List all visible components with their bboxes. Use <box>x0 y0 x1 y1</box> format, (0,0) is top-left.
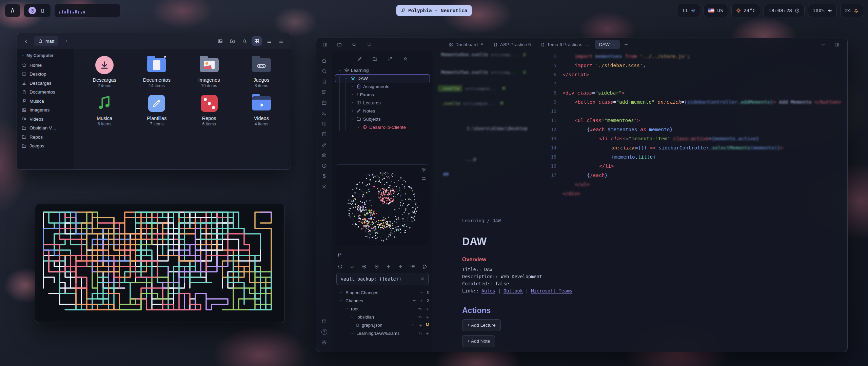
ribbon-book-button[interactable] <box>319 119 329 128</box>
ribbon-terminal-button[interactable] <box>319 108 329 118</box>
ribbon-graph-button[interactable] <box>319 87 329 97</box>
new-note-button[interactable] <box>357 55 362 61</box>
sidebar-tab-search[interactable] <box>350 40 358 49</box>
sidebar-item-musica[interactable]: Musica <box>17 97 75 106</box>
git-unstage-all-button[interactable] <box>374 263 379 269</box>
folder-repos[interactable]: Repos6 items <box>183 94 235 126</box>
git-action-plus[interactable] <box>419 323 423 327</box>
git-row-obsidian[interactable]: .obsidian <box>336 313 429 321</box>
tab-dashboard[interactable]: Dashboard <box>445 40 488 49</box>
breadcrumb[interactable]: matt <box>34 36 58 46</box>
new-folder-button[interactable] <box>372 55 377 61</box>
git-action-undo[interactable] <box>413 298 417 303</box>
ribbon-box-button[interactable] <box>319 317 329 326</box>
git-action-minus[interactable] <box>420 290 424 295</box>
list-view-button[interactable] <box>264 36 274 46</box>
ribbon-gear-button[interactable] <box>319 338 329 347</box>
graph-canvas[interactable] <box>336 165 429 245</box>
folder-documentos[interactable]: Documentos14 items <box>131 55 183 88</box>
git-action-plus[interactable] <box>425 314 429 319</box>
git-action-plus[interactable] <box>420 298 424 303</box>
tab-tema-6-pr-cticas[interactable]: Tema 6 Prácticas -… <box>536 40 594 49</box>
clock-module[interactable]: 18:08:28 <box>764 4 804 17</box>
volume-module[interactable]: 100% <box>808 4 837 17</box>
git-action-undo[interactable] <box>418 314 422 319</box>
git-commit-and-sync-button[interactable] <box>350 263 355 269</box>
tab-list-button[interactable] <box>819 40 828 49</box>
git-change-layout-button[interactable] <box>410 263 415 269</box>
git-row-graph-json[interactable]: graph.jsonM <box>336 321 429 329</box>
sidebar-section-header[interactable]: My Computer <box>17 52 75 61</box>
ribbon-dice-button[interactable] <box>319 129 329 139</box>
sidebar-toggle-button[interactable] <box>320 40 329 49</box>
sidebar-item-juegos[interactable]: Juegos <box>17 142 75 151</box>
tab-asp-practice-6[interactable]: ASP Practice 6 <box>489 40 535 49</box>
sidebar-item-obsidian-v[interactable]: Obsidian V… <box>17 124 75 133</box>
tree-item-learning[interactable]: Learning <box>335 66 430 74</box>
git-row-changes[interactable]: Changes2 <box>336 297 429 305</box>
note-breadcrumb[interactable]: Learning / DAW <box>462 218 835 223</box>
updates-module[interactable]: 11 <box>677 4 700 17</box>
sidebar-tab-files[interactable] <box>335 40 343 49</box>
folder-musica[interactable]: Musica6 items <box>78 94 131 126</box>
sidebar-item-repos[interactable]: Repos <box>17 133 75 142</box>
ribbon-dollar-button[interactable]: $ <box>319 171 329 181</box>
ribbon-x-button[interactable] <box>319 182 329 191</box>
git-action-plus[interactable] <box>425 331 429 336</box>
action-add-lecture[interactable]: + Add Lecture <box>462 319 501 331</box>
tree-item-desarrollo-cliente[interactable]: Desarrollo-Cliente <box>335 123 430 131</box>
search-button[interactable] <box>239 36 250 46</box>
git-row-staged-changes[interactable]: Staged Changes0 <box>336 288 429 297</box>
ribbon-link-button[interactable] <box>319 140 329 149</box>
weather-module[interactable]: 24°C <box>731 4 760 17</box>
sidebar-item-descargas[interactable]: Descargas <box>17 79 75 88</box>
link-outlook[interactable]: Outlook <box>504 288 523 293</box>
link-aules[interactable]: Aules <box>481 288 495 293</box>
power-button[interactable] <box>28 7 36 14</box>
git-refresh-button[interactable] <box>422 263 427 269</box>
tree-item-subjects[interactable]: Subjects <box>335 115 430 123</box>
sidebar-item-documentos[interactable]: Documentos <box>17 88 75 97</box>
sidebar-item-imagenes[interactable]: Imagenes <box>17 106 75 115</box>
git-action-undo[interactable] <box>418 331 422 336</box>
tree-item-daw[interactable]: DAW <box>335 74 430 82</box>
menu-button[interactable] <box>276 36 286 46</box>
git-row-root[interactable]: root <box>336 305 429 313</box>
git-action-undo[interactable] <box>412 323 416 327</box>
git-action-plus[interactable] <box>425 306 429 311</box>
tree-item-notes[interactable]: Notes <box>335 107 430 115</box>
ribbon-home-button[interactable] <box>319 56 329 65</box>
forward-button[interactable] <box>62 37 71 45</box>
folder-imagenes[interactable]: Imagenes10 items <box>183 55 235 88</box>
ribbon-camera-button[interactable] <box>319 150 329 160</box>
git-commit-button[interactable] <box>338 263 343 269</box>
filter-icon[interactable] <box>421 176 426 181</box>
git-stage-all-button[interactable] <box>362 263 367 269</box>
keyboard-layout-module[interactable]: US <box>704 4 728 17</box>
ribbon-search-button[interactable] <box>319 66 329 76</box>
ribbon-clock-button[interactable] <box>319 161 329 170</box>
tree-item-exams[interactable]: !Exams <box>335 90 430 99</box>
tab-daw[interactable]: DAW <box>595 40 620 49</box>
ribbon-help-button[interactable]: ? <box>319 327 329 337</box>
folder-videos[interactable]: Videos4 items <box>235 94 288 126</box>
sort-button[interactable] <box>388 55 393 61</box>
folder-plantillas[interactable]: Plantillas7 items <box>131 94 183 126</box>
screenshot-button[interactable] <box>215 36 225 46</box>
split-editor-button[interactable] <box>832 40 841 49</box>
action-add-note[interactable]: + Add Note <box>462 335 495 347</box>
launcher-button[interactable]: Λ <box>5 4 20 17</box>
tree-item-lectures[interactable]: Lectures <box>335 99 430 107</box>
commit-message-input[interactable] <box>340 276 417 282</box>
git-row-learning-daw-exams[interactable]: Learning/DAW/Exams <box>336 329 429 337</box>
link-microsoft-teams[interactable]: Microsoft Teams <box>531 288 572 293</box>
git-push-button[interactable] <box>386 263 391 269</box>
folder-juegos[interactable]: Juegos8 items <box>235 55 288 88</box>
new-folder-button[interactable] <box>227 36 237 46</box>
notepad-button[interactable] <box>39 7 46 14</box>
tree-item-assignments[interactable]: Assignments <box>335 82 430 90</box>
gear-icon[interactable] <box>421 167 426 172</box>
ribbon-calendar-button[interactable] <box>319 98 329 107</box>
notifications-module[interactable]: 24 <box>840 4 863 17</box>
git-action-undo[interactable] <box>418 306 422 311</box>
